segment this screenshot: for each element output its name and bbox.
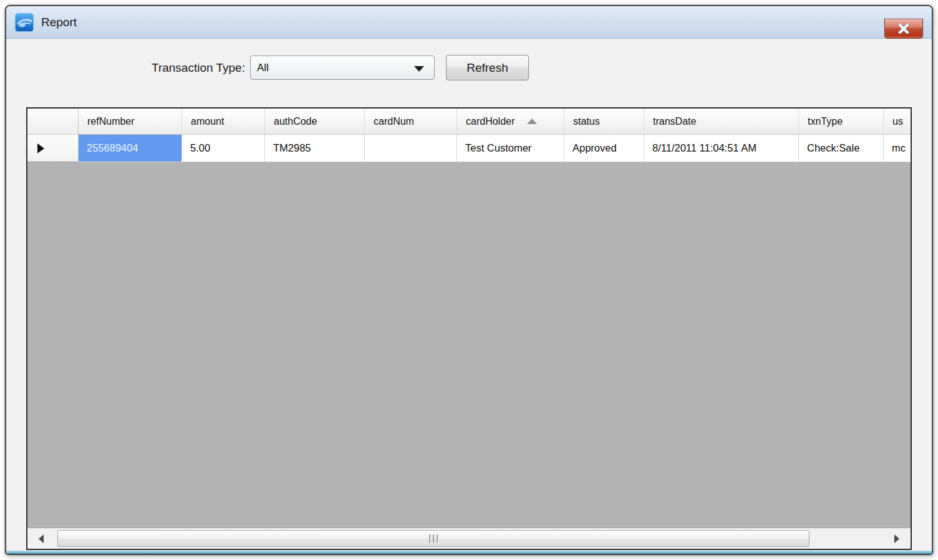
grid-cell-refNumber[interactable]: 255689404 bbox=[79, 135, 182, 162]
scroll-left-button[interactable] bbox=[27, 528, 55, 549]
table-row: 2556894045.00TM2985Test CustomerApproved… bbox=[27, 135, 911, 162]
filter-toolbar: Transaction Type: All Refresh bbox=[6, 55, 529, 80]
close-button[interactable] bbox=[884, 19, 923, 39]
column-header-label: amount bbox=[191, 116, 224, 127]
scroll-right-button[interactable] bbox=[883, 528, 911, 549]
column-header-refNumber[interactable]: refNumber bbox=[79, 109, 182, 134]
grid-cell-status[interactable]: Approved bbox=[564, 135, 644, 162]
column-header-label: cardHolder bbox=[466, 116, 515, 127]
column-header-label: refNumber bbox=[87, 116, 135, 127]
column-header-label: cardNum bbox=[374, 116, 414, 127]
column-header-cardNum[interactable]: cardNum bbox=[365, 109, 457, 134]
grid-corner-cell[interactable] bbox=[27, 109, 79, 134]
column-header-amount[interactable]: amount bbox=[182, 109, 265, 134]
app-icon bbox=[15, 13, 34, 32]
column-header-us[interactable]: us bbox=[884, 109, 911, 134]
column-header-authCode[interactable]: authCode bbox=[265, 109, 365, 134]
report-dialog-window: Report Transaction Type: All Refresh ref… bbox=[5, 5, 933, 555]
row-header-cell[interactable] bbox=[27, 135, 79, 162]
column-header-label: transDate bbox=[653, 116, 696, 127]
column-header-txnType[interactable]: txnType bbox=[799, 109, 884, 134]
scroll-left-icon bbox=[39, 534, 44, 543]
column-header-label: us bbox=[892, 116, 903, 127]
transaction-type-dropdown[interactable]: All bbox=[250, 56, 435, 80]
column-header-label: txnType bbox=[808, 116, 843, 127]
grid-cell-cardHolder[interactable]: Test Customer bbox=[457, 135, 564, 162]
refresh-button[interactable]: Refresh bbox=[446, 55, 529, 80]
window-bottom-accent bbox=[6, 551, 932, 554]
grid-cell-authCode[interactable]: TM2985 bbox=[265, 135, 365, 162]
column-header-label: authCode bbox=[274, 116, 317, 127]
grid-cell-cardNum[interactable] bbox=[365, 135, 457, 162]
grid-cell-amount[interactable]: 5.00 bbox=[182, 135, 265, 162]
refresh-button-label: Refresh bbox=[467, 61, 508, 75]
grid-header: refNumberamountauthCodecardNumcardHolder… bbox=[27, 109, 911, 135]
dropdown-arrow-icon bbox=[414, 66, 424, 72]
current-row-icon bbox=[37, 143, 44, 153]
scroll-grip-icon bbox=[429, 534, 438, 543]
horizontal-scrollbar[interactable] bbox=[27, 528, 911, 549]
scrollbar-track[interactable] bbox=[55, 528, 883, 549]
window-title: Report bbox=[41, 16, 77, 29]
grid-cell-txnType[interactable]: Check:Sale bbox=[799, 135, 884, 162]
column-header-label: status bbox=[573, 116, 600, 127]
column-header-status[interactable]: status bbox=[564, 109, 644, 134]
transaction-type-selected-value: All bbox=[257, 62, 269, 74]
scrollbar-thumb[interactable] bbox=[57, 530, 810, 547]
sort-ascending-icon bbox=[527, 118, 537, 124]
scroll-right-icon bbox=[894, 534, 899, 543]
grid-cell-us[interactable]: mc bbox=[884, 135, 911, 162]
transaction-type-label: Transaction Type: bbox=[152, 61, 245, 75]
column-header-cardHolder[interactable]: cardHolder bbox=[457, 109, 564, 134]
column-header-transDate[interactable]: transDate bbox=[644, 109, 799, 134]
close-icon bbox=[898, 24, 909, 34]
titlebar[interactable]: Report bbox=[6, 6, 932, 39]
grid-empty-area bbox=[27, 162, 911, 528]
grid-cell-transDate[interactable]: 8/11/2011 11:04:51 AM bbox=[644, 135, 799, 162]
grid-rows: 2556894045.00TM2985Test CustomerApproved… bbox=[27, 135, 911, 162]
transactions-grid: refNumberamountauthCodecardNumcardHolder… bbox=[26, 107, 912, 550]
